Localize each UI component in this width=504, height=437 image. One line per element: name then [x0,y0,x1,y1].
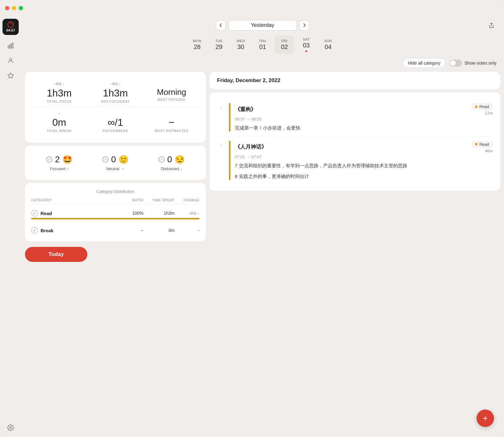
most-focused-value: Morning [157,88,186,96]
fab-button[interactable]: + [477,410,494,427]
day-dot-sat [305,50,307,52]
mood-focused-label: Focused ↑ [50,166,69,171]
stat-total-break: − 0m TOTAL BREAK [31,107,87,136]
day-sun[interactable]: SUN 04 [318,36,338,54]
cat-change-break: − [175,228,200,233]
filter-bar: Hide all category Show notes only [21,56,504,72]
app-window: 04:57 [0,0,504,437]
main-layout: 04:57 [0,16,504,437]
sidebar-item-analytics[interactable] [4,39,17,52]
cat-time-read: 1h3m [143,211,175,216]
cat-header-time: TIME SPENT [143,198,175,202]
mood-distracted-emoji: 😒 [175,155,185,164]
category-header: CATEGORY RATIO TIME SPENT CHANGE [31,198,200,205]
day-wed[interactable]: WED 30 [231,36,251,54]
session-row-1: ↑ 《人月神话》 Read [217,136,493,184]
mood-distracted-count: 0 [167,155,172,164]
most-distracted-change [171,111,172,116]
title-bar [0,0,504,16]
cat-name-read: Read [41,211,52,216]
traffic-lights [5,6,23,10]
right-panel: Friday, December 2, 2022 ↑ 《重构》 [210,72,500,433]
date-header: Friday, December 2, 2022 [210,72,500,89]
close-button[interactable] [5,6,9,10]
svg-rect-2 [12,43,13,48]
cat-row-break: Break − 0m − [31,223,200,235]
mood-neutral: 0 🙂 Neutral → [87,155,143,171]
cat-header-ratio: RATIO [119,198,143,202]
minimize-button[interactable] [12,6,16,10]
sessions-card: ↑ 《重构》 Read [210,92,500,191]
mood-neutral-label: Neutral → [106,166,125,171]
day-mon[interactable]: MON 28 [187,36,207,54]
category-card: Category Distribution CATEGORY RATIO TIM… [25,183,206,241]
stat-most-distracted: − MOST DISTRACTED [143,107,200,136]
total-break-value: 0m [52,117,66,127]
svg-point-5 [10,427,12,429]
total-focus-change: −6% ↓ [54,82,65,87]
timer-widget[interactable]: 04:57 [2,19,19,35]
mood-focused-emoji: 🤩 [62,155,72,164]
day-tue[interactable]: TUE 29 [209,36,229,54]
focus-break-value: ∞/1 [108,117,123,127]
cat-ratio-break: − [119,228,143,233]
day-thu[interactable]: THU 01 [253,36,273,54]
session-note-1-0: 7 交流和组织的重要性，有学到一点思路，产品负责人作为管理辅助技术主管的思路 [235,162,493,169]
mood-focused: 2 🤩 Focused ↑ [31,155,87,171]
export-button[interactable] [487,20,497,30]
session-tag-1: Read [471,141,493,148]
prev-button[interactable] [216,20,226,30]
total-break-change: − [58,111,60,116]
stat-focus-break: ∞/1 FOCUS/BREAK [87,107,143,136]
hide-all-category-button[interactable]: Hide all category [403,58,446,68]
session-time-1: 07:01 → 07:47 [235,155,493,159]
category-section-title: Category Distribution [31,189,200,194]
show-notes-only-toggle[interactable] [449,60,462,66]
avg-focus-label: AVG FOCUS/DAY [101,100,130,103]
nav-center: Yesterday [216,20,309,31]
cat-name-break: Break [41,228,54,233]
cat-change-read: −6% ↓ [175,211,200,216]
cat-check-read[interactable] [31,210,38,217]
mood-focused-check[interactable] [46,156,52,163]
total-break-label: TOTAL BREAK [47,129,71,133]
nav-title: Yesterday [228,20,297,31]
left-panel: −6% ↓ 1h3m TOTAL FOCUS −6% ↓ 1h3m AVG FO… [25,72,206,433]
session-title-0: 《重构》 [235,106,256,113]
mood-neutral-check[interactable] [102,156,109,163]
avg-focus-value: 1h3m [103,88,128,98]
mood-grid: 2 🤩 Focused ↑ 0 🙂 [31,152,200,174]
content-area: Yesterday MON 28 [21,16,504,437]
focus-break-label: FOCUS/BREAK [103,129,128,133]
day-fri[interactable]: FRI 02 [274,36,294,54]
svg-rect-0 [8,46,9,48]
session-title-row-0: 《重构》 Read 17m [235,103,493,115]
total-focus-value: 1h3m [47,88,72,98]
today-button[interactable]: Today [25,247,87,262]
session-bar-0 [229,103,230,132]
session-tag-label-1: Read [479,142,489,147]
today-button-container: Today [25,244,206,267]
avg-focus-change: −6% ↓ [110,82,121,87]
mood-neutral-emoji: 🙂 [119,155,128,164]
show-notes-only-toggle-container: Show notes only [449,60,497,66]
day-sat[interactable]: SAT 03 [296,36,316,54]
session-row-0: ↑ 《重构》 Read [217,99,493,136]
sidebar-item-favorites[interactable] [4,69,17,82]
sidebar-item-profile[interactable] [4,54,17,67]
cat-check-break[interactable] [31,227,38,234]
cat-progress-fill-read [31,218,200,219]
session-duration-1: 46m [485,149,493,153]
session-tag-0: Read [471,103,493,110]
two-col-layout: −6% ↓ 1h3m TOTAL FOCUS −6% ↓ 1h3m AVG FO… [21,72,504,437]
session-bar-1 [229,141,230,180]
cat-ratio-read: 100% [119,211,143,216]
most-focused-change [171,82,172,87]
maximize-button[interactable] [19,6,23,10]
session-tag-dot-0 [475,106,477,108]
stats-card: −6% ↓ 1h3m TOTAL FOCUS −6% ↓ 1h3m AVG FO… [25,72,206,143]
mood-distracted-check[interactable] [158,156,165,163]
sidebar-item-settings[interactable] [4,421,17,435]
focus-break-change [115,111,116,116]
next-button[interactable] [299,20,309,30]
